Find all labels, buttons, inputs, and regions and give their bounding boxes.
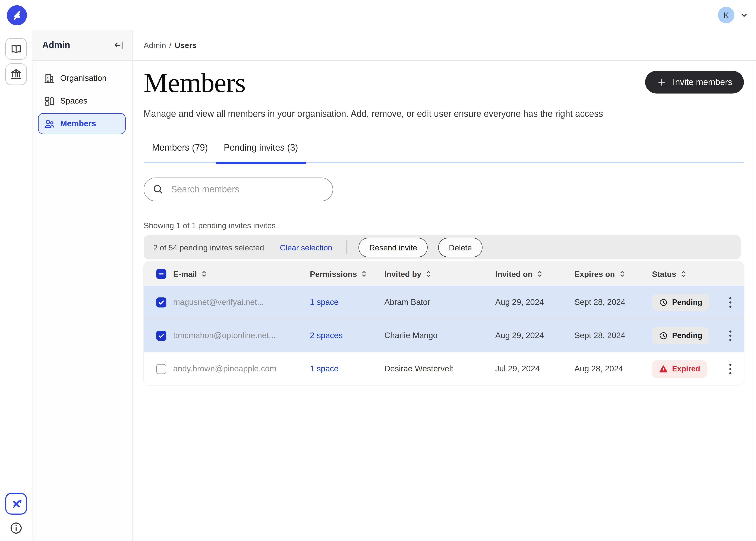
- search-icon: [152, 184, 164, 195]
- organisation-home-button[interactable]: [5, 63, 27, 85]
- collapse-sidebar-icon: [114, 40, 125, 51]
- selection-count: 2 of 54 pending invites selected: [153, 243, 264, 252]
- expires-on-cell: Aug 28, 2024: [574, 364, 652, 373]
- permissions-link[interactable]: 2 spaces: [310, 331, 384, 340]
- sort-icon: [680, 270, 687, 277]
- avatar: K: [718, 7, 734, 23]
- admin-sidebar: Admin: [32, 30, 132, 541]
- sort-icon: [201, 270, 207, 277]
- admin-sidebar-header: Admin: [32, 30, 132, 61]
- column-header-invited-on[interactable]: Invited on: [495, 269, 574, 278]
- spaces-icon: [44, 96, 55, 107]
- main-panel: Admin / Users Members Invite members Man…: [132, 30, 756, 541]
- status-badge: Pending: [652, 293, 709, 311]
- resend-invite-button[interactable]: Resend invite: [359, 238, 428, 257]
- tools-icon: [10, 497, 23, 510]
- email-cell: andy.brown@pineapple.com: [173, 364, 310, 373]
- clock-pending-icon: [659, 298, 668, 307]
- breadcrumb: Admin / Users: [132, 30, 756, 61]
- column-header-status[interactable]: Status: [652, 269, 716, 278]
- top-bar: K: [0, 0, 756, 30]
- sort-icon: [619, 270, 626, 277]
- invited-by-cell: Desirae Westervelt: [384, 364, 495, 373]
- users-icon: [44, 118, 55, 129]
- column-header-invited-by[interactable]: Invited by: [384, 269, 495, 278]
- breadcrumb-admin[interactable]: Admin: [143, 41, 166, 50]
- collapse-sidebar-button[interactable]: [114, 40, 125, 51]
- admin-nav: Organisation Spaces: [32, 61, 132, 143]
- sidebar-item-spaces[interactable]: Spaces: [38, 90, 126, 112]
- check-icon: [158, 299, 165, 306]
- tab-pending-invites[interactable]: Pending invites (3): [216, 143, 306, 162]
- select-all-checkbox[interactable]: [156, 269, 166, 279]
- clear-selection-link[interactable]: Clear selection: [280, 243, 332, 252]
- app-root: K: [0, 0, 756, 541]
- column-header-expires-on[interactable]: Expires on: [574, 269, 652, 278]
- permissions-link[interactable]: 1 space: [310, 364, 384, 373]
- building-icon: [44, 73, 55, 84]
- expires-on-cell: Sept 28, 2024: [574, 331, 652, 340]
- email-cell: magusnet@verifyai.net...: [173, 297, 310, 307]
- invited-on-cell: Jul 29, 2024: [495, 364, 574, 373]
- row-checkbox[interactable]: [156, 330, 166, 340]
- table-row: magusnet@verifyai.net... 1 space Abram B…: [143, 286, 744, 318]
- warning-triangle-icon: [659, 364, 668, 373]
- column-header-permissions[interactable]: Permissions: [310, 269, 384, 278]
- sidebar-item-label: Organisation: [60, 73, 107, 83]
- invite-members-button[interactable]: Invite members: [645, 71, 744, 94]
- invited-on-cell: Aug 29, 2024: [495, 331, 574, 340]
- results-summary: Showing 1 of 1 pending invites invites: [143, 221, 744, 230]
- check-icon: [158, 332, 165, 339]
- breadcrumb-separator: /: [169, 41, 171, 50]
- kebab-menu-icon: [729, 363, 732, 374]
- docs-button[interactable]: [5, 38, 27, 60]
- sort-icon: [425, 270, 432, 277]
- row-checkbox[interactable]: [156, 364, 166, 374]
- clock-pending-icon: [659, 331, 668, 340]
- info-button[interactable]: [10, 521, 23, 535]
- indeterminate-icon: [158, 270, 165, 277]
- chevron-down-icon: [740, 11, 749, 20]
- tab-bar: Members (79) Pending invites (3): [143, 143, 744, 163]
- account-menu[interactable]: K: [718, 7, 749, 23]
- column-header-email[interactable]: E-mail: [173, 269, 310, 278]
- row-menu-button[interactable]: [716, 360, 744, 377]
- search-members-box: [143, 178, 333, 201]
- admin-sidebar-title: Admin: [42, 40, 114, 51]
- pending-invites-table: E-mail Permissions Invited by Invited on: [143, 262, 744, 385]
- status-badge: Pending: [652, 327, 709, 344]
- sort-icon: [536, 270, 543, 277]
- info-icon: [10, 521, 23, 535]
- sidebar-item-label: Spaces: [60, 96, 88, 106]
- invited-by-cell: Charlie Mango: [384, 331, 495, 340]
- invited-by-cell: Abram Bator: [384, 297, 495, 307]
- permissions-link[interactable]: 1 space: [310, 297, 384, 307]
- row-menu-button[interactable]: [716, 293, 744, 311]
- expires-on-cell: Sept 28, 2024: [574, 297, 652, 307]
- breadcrumb-users: Users: [174, 41, 196, 50]
- table-header: E-mail Permissions Invited by Invited on: [143, 262, 744, 286]
- sidebar-item-label: Members: [60, 119, 96, 128]
- sidebar-item-members[interactable]: Members: [38, 113, 126, 134]
- kebab-menu-icon: [729, 330, 732, 341]
- icon-rail: [0, 30, 32, 541]
- table-row: bmcmahon@optonline.net... 2 spaces Charl…: [143, 318, 744, 352]
- sidebar-item-organisation[interactable]: Organisation: [38, 68, 126, 89]
- page-description: Manage and view all members in your orga…: [143, 109, 744, 119]
- dev-tools-button[interactable]: [5, 493, 27, 515]
- delete-button[interactable]: Delete: [438, 238, 482, 257]
- sort-icon: [361, 270, 368, 277]
- avatar-initial: K: [723, 11, 729, 20]
- selection-toolbar: 2 of 54 pending invites selected Clear s…: [143, 235, 741, 260]
- tab-members[interactable]: Members (79): [143, 143, 216, 162]
- page-content: Members Invite members Manage and view a…: [132, 68, 756, 385]
- table-row: andy.brown@pineapple.com 1 space Desirae…: [143, 352, 744, 385]
- search-input[interactable]: [170, 184, 324, 195]
- toolbar-divider: [347, 241, 347, 254]
- kebab-menu-icon: [729, 297, 732, 308]
- row-checkbox[interactable]: [156, 297, 166, 307]
- brand-logo[interactable]: [7, 5, 27, 25]
- bank-icon: [10, 68, 22, 80]
- page-title: Members: [143, 68, 245, 97]
- row-menu-button[interactable]: [716, 327, 744, 344]
